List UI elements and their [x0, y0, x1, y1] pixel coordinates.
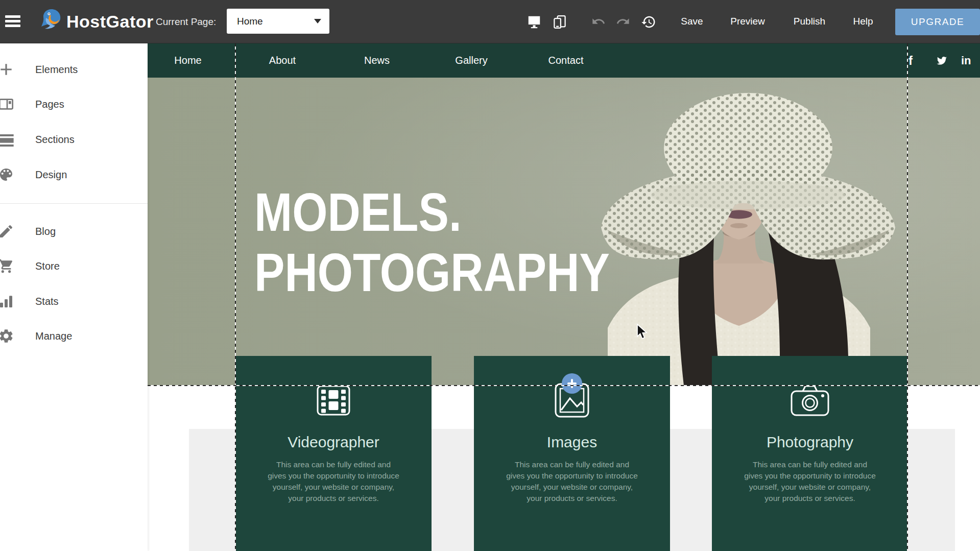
save-button[interactable]: Save	[681, 16, 703, 27]
sidebar-item-manage[interactable]: Manage	[0, 326, 148, 346]
card-images[interactable]: Images This area can be fully edited and…	[474, 356, 670, 551]
sidebar-item-stats[interactable]: Stats	[0, 291, 148, 312]
site-nav-contact[interactable]: Contact	[548, 43, 584, 78]
card-photography[interactable]: Photography This area can be fully edite…	[712, 356, 908, 551]
sidebar-item-label: Blog	[35, 221, 56, 242]
sections-icon	[0, 131, 14, 148]
card-body: This area can be fully edited and gives …	[505, 459, 639, 504]
gator-icon	[39, 8, 63, 35]
sidebar-item-sections[interactable]: Sections	[0, 129, 148, 150]
help-button[interactable]: Help	[853, 16, 873, 27]
pencil-icon	[0, 223, 14, 239]
sidebar-item-label: Elements	[35, 59, 78, 80]
hostgator-builder: HostGator Current Page: Home Save Prev	[0, 0, 980, 551]
camera-icon	[791, 379, 829, 421]
sidebar-item-label: Stats	[35, 291, 59, 312]
card-title: Photography	[767, 434, 853, 451]
palette-icon	[0, 166, 14, 183]
sidebar-item-label: Sections	[35, 129, 75, 150]
pages-icon	[0, 96, 14, 112]
gear-icon	[0, 328, 14, 344]
card-body: This area can be fully edited and gives …	[267, 459, 400, 504]
sidebar-item-blog[interactable]: Blog	[0, 221, 148, 242]
sidebar-item-store[interactable]: Store	[0, 256, 148, 276]
cart-icon	[0, 258, 14, 274]
hero-section[interactable]: MODELS. PHOTOGRAPHY	[148, 78, 980, 386]
plus-icon	[0, 61, 14, 78]
card-title: Videographer	[288, 434, 379, 451]
redo-icon[interactable]	[616, 14, 631, 30]
sidebar-item-label: Store	[35, 256, 60, 276]
card-body: This area can be fully edited and gives …	[743, 459, 877, 504]
preview-button[interactable]: Preview	[730, 16, 765, 27]
facebook-icon[interactable]: f	[909, 43, 913, 78]
site-canvas: Home About News Gallery Contact f in	[148, 43, 980, 551]
sidebar-item-label: Pages	[35, 94, 64, 114]
sidebar-divider	[0, 203, 148, 204]
card-title: Images	[547, 434, 597, 451]
current-page-label: Current Page:	[156, 16, 216, 28]
site-nav-home[interactable]: Home	[174, 43, 201, 78]
site-navbar: Home About News Gallery Contact f in	[148, 43, 980, 78]
linkedin-icon[interactable]: in	[961, 43, 971, 78]
upgrade-button[interactable]: UPGRADE	[895, 9, 980, 35]
site-nav-news[interactable]: News	[364, 43, 390, 78]
sidebar: Elements Pages Sections Design Blog	[0, 43, 148, 551]
chevron-down-icon	[314, 19, 321, 23]
hero-headline[interactable]: MODELS. PHOTOGRAPHY	[254, 182, 610, 302]
desktop-preview-icon[interactable]	[527, 14, 542, 30]
hero-headline-line1: MODELS.	[254, 182, 610, 242]
page-dropdown-value: Home	[237, 16, 314, 27]
site-nav-about[interactable]: About	[269, 43, 296, 78]
brand-name: HostGator	[66, 12, 154, 32]
card-videographer[interactable]: Videographer This area can be fully edit…	[235, 356, 432, 551]
publish-button[interactable]: Publish	[794, 16, 825, 27]
twitter-icon[interactable]	[936, 43, 948, 78]
sidebar-item-design[interactable]: Design	[0, 164, 148, 185]
site-nav-gallery[interactable]: Gallery	[455, 43, 487, 78]
mobile-preview-icon[interactable]	[552, 14, 567, 30]
image-add-icon	[555, 379, 589, 421]
sidebar-item-pages[interactable]: Pages	[0, 94, 148, 114]
sidebar-item-label: Manage	[35, 326, 72, 346]
sidebar-item-elements[interactable]: Elements	[0, 59, 148, 80]
add-image-badge[interactable]	[562, 373, 582, 394]
bar-chart-icon	[0, 293, 14, 309]
film-icon	[317, 379, 350, 421]
hero-headline-line2: PHOTOGRAPHY	[254, 242, 610, 302]
page-dropdown[interactable]: Home	[227, 9, 329, 34]
topbar: HostGator Current Page: Home Save Prev	[0, 0, 980, 43]
undo-icon[interactable]	[591, 14, 607, 30]
history-icon[interactable]	[641, 14, 656, 30]
menu-icon[interactable]	[5, 13, 23, 30]
hostgator-logo[interactable]: HostGator	[39, 7, 154, 36]
sidebar-item-label: Design	[35, 164, 67, 185]
